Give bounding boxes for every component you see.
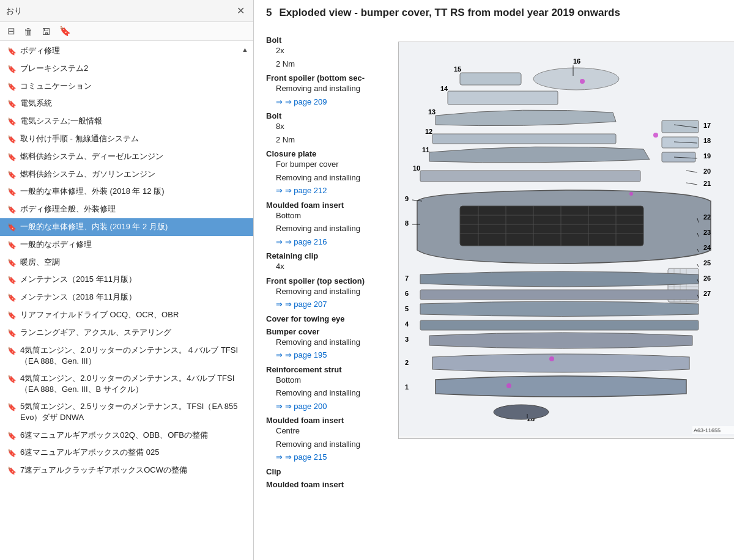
- section-item-front-spoiler-bottom-0: Removing and installing: [266, 83, 388, 95]
- sidebar-item-label-10: ボディ修理全般、外装修理: [20, 204, 116, 215]
- sidebar-item-label-15: メンテナンス（2018 年11月版）: [20, 292, 136, 303]
- sidebar-item-5[interactable]: 🔖電気システム;一般情報: [0, 112, 253, 130]
- bookmark-icon-22: 🔖: [7, 448, 17, 459]
- link-anchor-closure-plate-1[interactable]: ⇒ page 212: [276, 186, 327, 195]
- svg-point-63: [629, 192, 633, 196]
- bookmark-icon-12: 🔖: [7, 240, 17, 251]
- sidebar-item-21[interactable]: 🔖6速マニュアルギアボックス02Q、OBB、OFBの整備: [0, 427, 253, 444]
- svg-text:15: 15: [454, 65, 461, 73]
- sidebar-item-3[interactable]: 🔖コミュニケーション: [0, 78, 253, 95]
- link-anchor-moulded-foam-1-1[interactable]: ⇒ page 216: [276, 237, 327, 246]
- sidebar-item-label-22: 6速マニュアルギアボックスの整備 025: [20, 447, 160, 458]
- sidebar-item-11[interactable]: 🔖一般的な車体修理、内装 (2019 年 2 月版): [0, 218, 253, 236]
- sidebar-item-2[interactable]: 🔖ブレーキシステム2: [0, 60, 253, 78]
- sidebar-item-7[interactable]: 🔖燃料供給システム、ディーゼルエンジン: [0, 148, 253, 166]
- link-anchor-reinforcement-strut-1[interactable]: ⇒ page 200: [276, 402, 327, 411]
- bookmark-icon-17: 🔖: [7, 328, 17, 339]
- section-item-moulded-foam-2-0: Centre: [266, 425, 388, 437]
- section-link-bumper-cover-0[interactable]: ⇒ page 195: [266, 349, 388, 361]
- link-anchor-front-spoiler-bottom-0[interactable]: ⇒ page 209: [276, 97, 327, 106]
- sidebar-item-15[interactable]: 🔖メンテナンス（2018 年11月版）: [0, 289, 253, 306]
- sidebar-item-16[interactable]: 🔖リアファイナルドライブ OCQ、OCR、OBR: [0, 306, 253, 324]
- svg-text:16: 16: [573, 57, 580, 65]
- section-link-closure-plate-1[interactable]: ⇒ page 212: [266, 185, 388, 197]
- section-label-clip: Clip: [266, 467, 388, 476]
- svg-text:1: 1: [405, 383, 409, 391]
- svg-text:19: 19: [703, 152, 711, 160]
- link-anchor-front-spoiler-top-0[interactable]: ⇒ page 207: [276, 300, 327, 309]
- section-link-moulded-foam-1-1[interactable]: ⇒ page 216: [266, 236, 388, 248]
- section-label-reinforcement-strut: Reinforcement strut: [266, 365, 388, 374]
- expand-arrow-1: ▲: [242, 45, 248, 54]
- svg-rect-4: [460, 73, 521, 85]
- svg-text:24: 24: [703, 244, 711, 251]
- sidebar-item-19[interactable]: 🔖4気筒エンジン、2.0リッターのメンテナンス。4バルブ TFSI（EA 888…: [0, 370, 253, 398]
- section-front-spoiler-bottom: Front spoiler (bottom sec-Removing and i…: [266, 73, 388, 108]
- link-anchor-moulded-foam-2-1[interactable]: ⇒ page 215: [276, 452, 327, 462]
- panel-title: おり: [6, 6, 22, 17]
- section-item-retaining-clip-0: 4x: [266, 260, 388, 273]
- section-item-bolt-top-1: 2 Nm: [266, 58, 388, 70]
- section-closure-plate: Closure plateFor bumper coverRemoving an…: [266, 149, 388, 197]
- bookmark-icon-13: 🔖: [7, 258, 17, 268]
- section-link-front-spoiler-top-0[interactable]: ⇒ page 207: [266, 298, 388, 311]
- section-link-front-spoiler-bottom-0[interactable]: ⇒ page 209: [266, 96, 388, 108]
- section-item-reinforcement-strut-0: Bottom: [266, 374, 388, 386]
- sidebar-item-10[interactable]: 🔖ボディ修理全般、外装修理: [0, 201, 253, 218]
- section-retaining-clip: Retaining clip4x: [266, 251, 388, 273]
- section-item-reinforcement-strut-1: Removing and installing: [266, 387, 388, 399]
- sidebar-item-6[interactable]: 🔖取り付け手順 - 無線通信システム: [0, 130, 253, 148]
- sidebar-item-18[interactable]: 🔖4気筒エンジン、2.0リッターのメンテナンス。４バルブ TFSI（EA 888…: [0, 342, 253, 370]
- sidebar-item-22[interactable]: 🔖6速マニュアルギアボックスの整備 025: [0, 444, 253, 462]
- sidebar-item-14[interactable]: 🔖メンテナンス（2015 年11月版）: [0, 271, 253, 289]
- sidebar-item-12[interactable]: 🔖一般的なボディ修理: [0, 236, 253, 254]
- right-panel: 5 Exploded view - bumper cover, TT RS fr…: [254, 0, 734, 560]
- bookmark-icon-6: 🔖: [7, 134, 17, 145]
- bookmark-icon-5: 🔖: [7, 117, 17, 127]
- section-link-reinforcement-strut-1[interactable]: ⇒ page 200: [266, 400, 388, 413]
- section-clip: Clip: [266, 467, 388, 476]
- bookmark-icon-7: 🔖: [7, 152, 17, 163]
- left-header: おり ✕: [0, 0, 253, 22]
- bookmark-icon-2: 🔖: [7, 64, 17, 75]
- bookmark-icon-16: 🔖: [7, 311, 17, 321]
- text-content: Bolt2x2 NmFront spoiler (bottom sec-Remo…: [266, 35, 388, 493]
- sidebar-item-label-9: 一般的な車体修理、外装 (2018 年 12 版): [20, 186, 165, 197]
- section-label-closure-plate: Closure plate: [266, 149, 388, 158]
- save-icon[interactable]: 🖫: [39, 25, 53, 38]
- link-anchor-bumper-cover-0[interactable]: ⇒ page 195: [276, 350, 327, 359]
- columns-icon[interactable]: ⊟: [5, 24, 18, 38]
- svg-text:5: 5: [405, 305, 409, 312]
- svg-text:11: 11: [422, 146, 429, 153]
- svg-text:21: 21: [703, 180, 711, 187]
- sidebar-item-20[interactable]: 🔖5気筒エンジン、2.5リッターのメンテナンス。TFSI（EA 855 Evo）…: [0, 398, 253, 426]
- delete-icon[interactable]: 🗑: [21, 25, 35, 38]
- page-number: 5: [266, 7, 272, 19]
- sidebar-item-4[interactable]: 🔖電気系統: [0, 95, 253, 112]
- sidebar-item-13[interactable]: 🔖暖房、空調: [0, 254, 253, 271]
- close-icon[interactable]: ✕: [234, 4, 247, 18]
- svg-point-62: [653, 133, 658, 138]
- bookmark-icon-9: 🔖: [7, 187, 17, 197]
- svg-rect-15: [662, 120, 699, 133]
- sidebar-item-1[interactable]: 🔖ボディ修理▲: [0, 42, 253, 60]
- bookmark-icon-19: 🔖: [7, 374, 17, 385]
- svg-point-65: [506, 383, 511, 388]
- page-title: Exploded view - bumper cover, TT RS from…: [279, 6, 620, 20]
- sidebar-item-9[interactable]: 🔖一般的な車体修理、外装 (2018 年 12 版): [0, 183, 253, 201]
- bookmark-icon-11: 🔖: [7, 223, 17, 233]
- section-link-moulded-foam-2-1[interactable]: ⇒ page 215: [266, 451, 388, 463]
- sidebar-item-8[interactable]: 🔖燃料供給システム、ガソリンエンジン: [0, 166, 253, 183]
- svg-text:9: 9: [405, 195, 409, 202]
- sidebar-item-label-11: 一般的な車体修理、内装 (2019 年 2 月版): [20, 221, 168, 232]
- section-item-bolt-top-0: 2x: [266, 45, 388, 57]
- header-icons: ✕: [234, 4, 247, 18]
- sidebar-item-label-14: メンテナンス（2015 年11月版）: [20, 274, 136, 285]
- svg-text:25: 25: [703, 259, 711, 267]
- svg-point-1: [533, 68, 619, 90]
- sidebar-item-label-8: 燃料供給システム、ガソリンエンジン: [20, 169, 155, 180]
- sidebar-item-23[interactable]: 🔖7速デュアルクラッチギアボックスOCWの整備: [0, 462, 253, 479]
- bookmark-icon[interactable]: 🔖: [57, 24, 73, 38]
- sidebar-item-17[interactable]: 🔖ランニングギア、アクスル、ステアリング: [0, 324, 253, 342]
- sidebar-item-label-1: ボディ修理: [20, 45, 60, 56]
